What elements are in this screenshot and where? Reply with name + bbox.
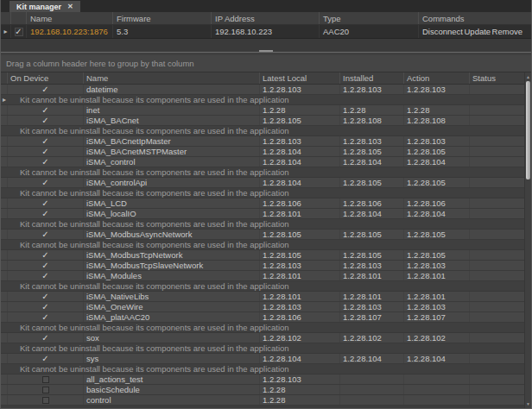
column-header-status[interactable]: Status — [470, 72, 526, 84]
kit-row[interactable]: ✓iSMA_BACnetIpMaster1.2.28.1031.2.28.103… — [1, 136, 526, 147]
column-header-on-device[interactable]: On Device — [8, 72, 84, 84]
uninstall-message: Kit cannot be uninstall because its comp… — [8, 126, 289, 135]
checkmark-icon[interactable]: ✓ — [41, 303, 48, 311]
checkmark-icon[interactable]: ✓ — [41, 85, 48, 94]
checkmark-icon[interactable]: ✓ — [41, 293, 48, 301]
kit-row[interactable]: ✓inet1.2.281.2.281.2.28 — [1, 105, 526, 116]
vertical-scrollbar[interactable]: ▲ ▼ — [524, 72, 531, 408]
pane-splitter[interactable] — [1, 52, 531, 55]
column-header-name[interactable]: Name — [84, 72, 260, 84]
kit-row[interactable]: ✓iSMA_BACnet1.2.28.1051.2.28.1081.2.28.1… — [1, 116, 526, 126]
latest-local-cell: 1.2.28.105 — [260, 116, 340, 125]
status-cell — [470, 385, 526, 394]
checkmark-icon[interactable]: ✓ — [41, 148, 48, 156]
kit-name-cell: basicSchedule — [84, 385, 260, 394]
status-cell — [470, 116, 526, 125]
unchecked-checkbox[interactable] — [42, 376, 49, 383]
unchecked-checkbox[interactable] — [42, 387, 49, 393]
on-device-cell: ✓ — [8, 354, 84, 363]
row-indicator-cell — [1, 364, 8, 374]
checkmark-icon[interactable]: ✓ — [41, 210, 48, 218]
column-header-commands[interactable]: Commands — [419, 12, 531, 24]
checkmark-icon[interactable]: ✓ — [41, 355, 48, 363]
disconnect-command[interactable]: Disconnect — [422, 27, 463, 36]
column-header-installed[interactable]: Installed — [340, 72, 404, 84]
kit-row[interactable]: ✓iSMA_control1.2.28.1041.2.28.1041.2.28.… — [1, 157, 526, 167]
unchecked-checkbox[interactable] — [42, 397, 49, 404]
kit-row[interactable]: all_actions_test1.2.28.103 — [1, 374, 526, 385]
action-cell: 1.2.28 — [404, 105, 470, 115]
latest-local-cell: 1.2.28.103 — [260, 261, 340, 270]
checkmark-icon[interactable]: ✓ — [41, 261, 48, 270]
kit-row[interactable]: ✓iSMA_localIO1.2.28.1011.2.28.1041.2.28.… — [1, 209, 526, 219]
kit-row[interactable]: ✓datetime1.2.28.1031.2.28.1031.2.28.103 — [1, 85, 526, 95]
checkmark-icon[interactable]: ✓ — [41, 158, 48, 167]
checkmark-icon[interactable]: ✓ — [41, 230, 48, 239]
tab-kit-manager[interactable]: Kit manager ✕ — [10, 1, 80, 12]
column-header-firmware[interactable]: Firmware — [113, 12, 212, 24]
kit-name-cell: iSMA_OneWire — [84, 302, 260, 311]
column-header-action[interactable]: Action — [404, 72, 470, 84]
kit-message-row: Kit cannot be uninstall because its comp… — [1, 364, 526, 374]
kit-row[interactable]: ✓iSMA_controlApi1.2.28.1041.2.28.1051.2.… — [1, 178, 526, 188]
action-cell: 1.2.28.102 — [404, 333, 470, 343]
kit-row[interactable]: basicSchedule1.2.28 — [1, 385, 526, 395]
kit-name-cell: iSMA_ModbusAsyncNetwork — [84, 230, 260, 239]
latest-local-cell: 1.2.28.101 — [260, 271, 340, 280]
checkmark-icon[interactable]: ✓ — [41, 106, 48, 115]
group-by-panel[interactable]: Drag a column header here to group by th… — [1, 55, 531, 72]
column-header-ip-address[interactable]: IP Address — [212, 12, 320, 24]
installed-cell: 1.2.28.106 — [340, 198, 404, 208]
kit-row[interactable]: ✓iSMA_BACnetMSTPMaster1.2.28.1041.2.28.1… — [1, 147, 526, 157]
kit-row[interactable]: ✓iSMA_ModbusTcpNetwork1.2.28.1051.2.28.1… — [1, 250, 526, 261]
kit-name-cell: sys — [84, 354, 260, 363]
row-indicator-cell — [1, 323, 8, 332]
latest-local-cell: 1.2.28.104 — [260, 157, 340, 167]
kit-row[interactable]: control1.2.28 — [1, 395, 526, 406]
column-header-type[interactable]: Type — [320, 12, 419, 24]
kit-row[interactable]: ✓iSMA_ModbusTcpSlaveNetwork1.2.28.1031.2… — [1, 261, 526, 271]
checkmark-icon[interactable]: ✓ — [41, 137, 48, 146]
scroll-down-icon[interactable]: ▼ — [525, 400, 531, 407]
checkmark-icon[interactable]: ✓ — [41, 272, 48, 280]
close-icon[interactable]: ✕ — [67, 3, 73, 10]
checkmark-icon[interactable]: ✓ — [41, 179, 48, 187]
row-indicator-cell — [1, 105, 8, 115]
status-cell — [470, 292, 526, 301]
update-command[interactable]: Update — [464, 27, 491, 36]
kit-row[interactable]: ✓iSMA_platAAC201.2.28.1061.2.28.1071.2.2… — [1, 312, 526, 323]
installed-cell: 1.2.28.105 — [340, 230, 404, 239]
kit-row[interactable]: ✓iSMA_NativeLibs1.2.28.1011.2.28.1011.2.… — [1, 292, 526, 302]
installed-cell: 1.2.28.104 — [340, 157, 404, 167]
kit-row[interactable]: ✓iSMA_LCD1.2.28.1061.2.28.1061.2.28.106 — [1, 198, 526, 209]
remove-command[interactable]: Remove — [492, 27, 522, 36]
action-cell: 1.2.28.105 — [404, 178, 470, 187]
kit-row[interactable]: ✓iSMA_ModbusAsyncNetwork1.2.28.1051.2.28… — [1, 230, 526, 240]
installed-cell: 1.2.28.105 — [340, 178, 404, 187]
status-cell — [470, 261, 526, 270]
device-checkbox[interactable]: ✓ — [15, 28, 23, 36]
checkmark-icon[interactable]: ✓ — [41, 251, 48, 260]
kits-grid-header: On Device Name Latest Local Installed Ac… — [1, 72, 526, 85]
column-header-name[interactable]: Name — [27, 12, 113, 24]
kit-row[interactable]: ✓iSMA_OneWire1.2.28.1031.2.28.1031.2.28.… — [1, 302, 526, 312]
checkmark-icon[interactable]: ✓ — [41, 313, 48, 322]
column-header-latest-local[interactable]: Latest Local — [260, 72, 340, 84]
row-indicator-cell — [1, 178, 8, 187]
device-row[interactable]: ▸ ✓ 192.168.10.223:1876 5.3 192.168.10.2… — [1, 25, 531, 39]
scroll-up-icon[interactable]: ▲ — [525, 73, 531, 80]
status-cell — [470, 198, 526, 208]
scrollbar-thumb[interactable] — [526, 81, 530, 179]
checkmark-icon[interactable]: ✓ — [41, 116, 48, 125]
kit-row[interactable]: ✓iSMA_Modules1.2.28.1011.2.28.1011.2.28.… — [1, 271, 526, 281]
checkmark-icon[interactable]: ✓ — [41, 199, 48, 208]
status-cell — [470, 271, 526, 280]
kit-name-cell: iSMA_control — [84, 157, 260, 167]
uninstall-message: Kit cannot be uninstall because its comp… — [8, 343, 289, 353]
row-indicator-cell — [1, 157, 8, 167]
kit-row[interactable]: ✓sys1.2.28.1041.2.28.1041.2.28.104 — [1, 354, 526, 364]
checkmark-icon[interactable]: ✓ — [41, 334, 48, 343]
kit-row[interactable]: ✓sox1.2.28.1021.2.28.1021.2.28.102 — [1, 333, 526, 343]
latest-local-cell: 1.2.28.105 — [260, 230, 340, 239]
row-indicator-icon: ▸ — [3, 97, 6, 104]
